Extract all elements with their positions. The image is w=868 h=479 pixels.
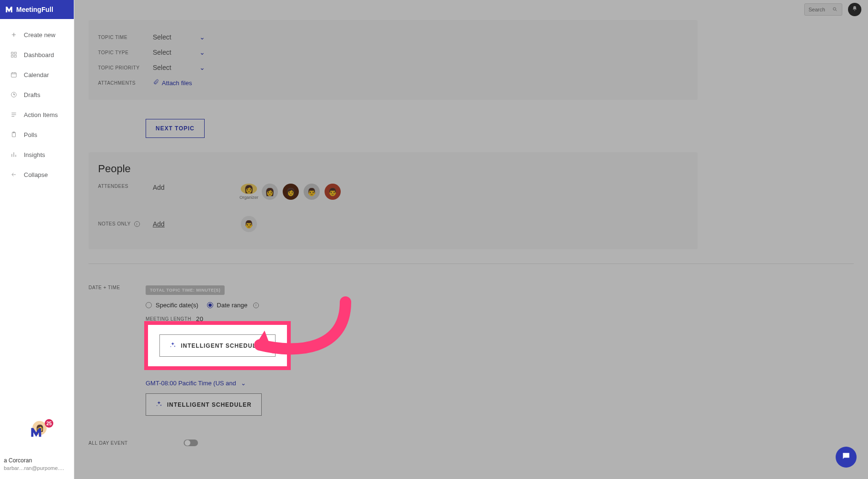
sidebar-item-label: Action Items bbox=[24, 111, 58, 118]
sidebar-item-create-new[interactable]: Create new bbox=[0, 25, 74, 45]
sidebar-item-drafts[interactable]: Drafts bbox=[0, 85, 74, 105]
sidebar-item-dashboard[interactable]: Dashboard bbox=[0, 45, 74, 65]
scheduler-button-label: INTELLIGENT SCHEDULER bbox=[181, 342, 266, 349]
chevron-down-icon: ⌄ bbox=[199, 33, 205, 41]
intelligent-scheduler-button-highlight[interactable]: INTELLIGENT SCHEDULER bbox=[159, 334, 276, 357]
bell-icon bbox=[851, 5, 858, 14]
user-profile[interactable]: 👩 25 a Corcoran barbar…ran@purpome.c… bbox=[4, 421, 66, 471]
attendee-avatar[interactable]: 👩 bbox=[283, 184, 299, 200]
arrow-left-icon bbox=[10, 170, 18, 179]
svg-rect-2 bbox=[11, 55, 13, 57]
select-placeholder: Select bbox=[153, 49, 171, 56]
topic-priority-select[interactable]: Select ⌄ bbox=[153, 64, 205, 71]
attendees-label: ATTENDEES bbox=[98, 184, 153, 189]
paperclip-icon bbox=[153, 79, 159, 87]
sparkle-icon bbox=[156, 401, 162, 409]
info-icon[interactable]: i bbox=[253, 303, 259, 308]
attach-files-label: Attach files bbox=[162, 79, 192, 87]
sidebar-item-collapse[interactable]: Collapse bbox=[0, 165, 74, 185]
grid-icon bbox=[10, 50, 18, 59]
sparkle-icon bbox=[169, 342, 176, 350]
sidebar-item-label: Insights bbox=[24, 151, 45, 158]
radio-label: Specific date(s) bbox=[156, 302, 198, 309]
attendee-avatar[interactable]: 👨 bbox=[304, 184, 320, 200]
notes-only-avatar[interactable]: 👨 bbox=[241, 216, 257, 232]
chat-widget-button[interactable] bbox=[836, 447, 857, 468]
radio-date-range[interactable]: Date range i bbox=[207, 302, 259, 309]
next-topic-button[interactable]: NEXT TOPIC bbox=[146, 119, 205, 138]
svg-rect-1 bbox=[14, 52, 16, 54]
timezone-value: GMT-08:00 Pacific Time (US and bbox=[146, 380, 236, 387]
topic-priority-label: TOPIC PRIORITY bbox=[98, 65, 153, 70]
radio-button-icon bbox=[207, 302, 213, 308]
search-box[interactable] bbox=[804, 3, 842, 16]
scheduler-button-label: INTELLIGENT SCHEDULER bbox=[167, 401, 252, 408]
user-email: barbar…ran@purpome.c… bbox=[4, 465, 66, 471]
info-icon[interactable]: i bbox=[134, 221, 140, 227]
sidebar-item-label: Collapse bbox=[24, 171, 48, 178]
scheduler-spotlight: INTELLIGENT SCHEDULER bbox=[144, 321, 291, 370]
sidebar-item-action-items[interactable]: Action Items bbox=[0, 105, 74, 125]
avatar: 👩 bbox=[241, 184, 257, 194]
select-placeholder: Select bbox=[153, 64, 171, 71]
sidebar-item-polls[interactable]: Polls bbox=[0, 125, 74, 145]
plus-icon bbox=[10, 30, 18, 39]
sidebar-item-calendar[interactable]: Calendar bbox=[0, 65, 74, 85]
add-attendee-link[interactable]: Add bbox=[153, 184, 165, 191]
chevron-down-icon: ⌄ bbox=[199, 49, 205, 56]
attendee-organizer[interactable]: 👩 Organizer bbox=[241, 184, 257, 200]
chat-icon bbox=[841, 451, 851, 463]
attachments-label: ATTACHMENTS bbox=[98, 80, 153, 86]
attendee-avatar[interactable]: 👨 bbox=[325, 184, 341, 200]
topic-time-select[interactable]: Select ⌄ bbox=[153, 33, 205, 41]
sidebar-item-label: Dashboard bbox=[24, 51, 54, 59]
sidebar-item-label: Drafts bbox=[24, 91, 40, 98]
chevron-down-icon: ⌄ bbox=[241, 380, 246, 387]
svg-point-8 bbox=[833, 8, 836, 10]
user-name: a Corcoran bbox=[4, 457, 66, 465]
people-heading: People bbox=[89, 163, 698, 180]
radio-specific-dates[interactable]: Specific date(s) bbox=[146, 302, 198, 309]
all-day-toggle[interactable] bbox=[184, 440, 198, 446]
search-icon bbox=[832, 5, 838, 14]
select-placeholder: Select bbox=[153, 33, 171, 41]
brand-name: MeetingFull bbox=[16, 6, 53, 13]
topic-type-select[interactable]: Select ⌄ bbox=[153, 49, 205, 56]
search-input[interactable] bbox=[809, 7, 832, 12]
notes-only-label: NOTES ONLY i bbox=[98, 221, 153, 227]
intelligent-scheduler-button[interactable]: INTELLIGENT SCHEDULER bbox=[146, 393, 262, 416]
chevron-down-icon: ⌄ bbox=[199, 64, 205, 71]
notification-count-badge: 25 bbox=[45, 419, 53, 428]
list-icon bbox=[10, 110, 18, 119]
total-topic-time-badge: TOTAL TOPIC TIME: MINUTE(S) bbox=[146, 285, 225, 295]
topic-type-label: TOPIC TYPE bbox=[98, 50, 153, 55]
notifications-button[interactable] bbox=[848, 3, 861, 16]
all-day-label: ALL DAY EVENT bbox=[89, 440, 146, 446]
radio-label: Date range bbox=[217, 302, 247, 309]
sidebar-item-label: Calendar bbox=[24, 71, 49, 78]
clock-icon bbox=[10, 90, 18, 99]
clipboard-icon bbox=[10, 130, 18, 139]
calendar-icon bbox=[10, 70, 18, 79]
svg-rect-0 bbox=[11, 52, 13, 54]
attach-files-link[interactable]: Attach files bbox=[153, 79, 192, 87]
timezone-select[interactable]: GMT-08:00 Pacific Time (US and ⌄ bbox=[146, 380, 262, 387]
radio-button-icon bbox=[146, 302, 152, 308]
sidebar-item-label: Create new bbox=[24, 31, 55, 39]
date-time-side-label: DATE + TIME bbox=[89, 285, 146, 290]
topic-time-label: TOPIC TIME bbox=[98, 35, 153, 40]
app-logo-badge-icon bbox=[30, 426, 43, 441]
chart-bar-icon bbox=[10, 150, 18, 159]
brand-header: MeetingFull bbox=[0, 0, 74, 19]
attendee-avatar[interactable]: 👩 bbox=[262, 184, 278, 200]
svg-rect-4 bbox=[11, 73, 17, 77]
add-notes-only-link[interactable]: Add bbox=[153, 220, 165, 228]
brand-logo-icon bbox=[5, 5, 13, 14]
svg-rect-3 bbox=[14, 55, 16, 57]
sidebar-item-label: Polls bbox=[24, 131, 37, 138]
sidebar-item-insights[interactable]: Insights bbox=[0, 145, 74, 165]
organizer-label: Organizer bbox=[239, 195, 258, 200]
divider bbox=[89, 264, 854, 264]
